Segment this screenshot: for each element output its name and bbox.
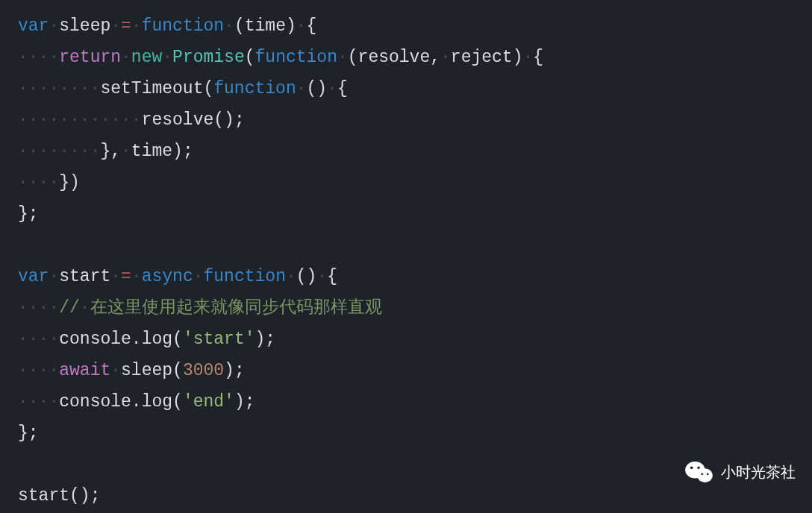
paren-open: (: [69, 486, 80, 506]
whitespace-dot: ·: [224, 16, 234, 36]
parameter: resolve: [358, 48, 431, 67]
semicolon: ;: [245, 392, 255, 412]
code-line: ····return·new·Promise(function·(resolve…: [18, 48, 543, 67]
paren-open: (: [172, 392, 183, 412]
svg-point-1: [697, 468, 713, 482]
indent-dots: ····: [18, 173, 59, 192]
whitespace-dot: ·: [121, 142, 131, 161]
paren-close: ): [513, 48, 523, 67]
paren-close: ): [80, 486, 90, 506]
function-call: setTimeout: [100, 79, 203, 98]
keyword-function: function: [204, 267, 286, 286]
svg-point-5: [707, 473, 709, 475]
whitespace-dot: ·: [296, 79, 307, 98]
identifier: console: [59, 392, 131, 412]
whitespace-dot: ·: [440, 48, 451, 67]
whitespace-dot: ·: [337, 48, 348, 67]
whitespace-dot: ·: [110, 267, 121, 286]
semicolon: ;: [28, 424, 39, 443]
indent-dots: ····: [18, 330, 59, 349]
brace-close: }: [18, 424, 28, 443]
identifier: time: [131, 142, 172, 161]
parameter: reject: [451, 48, 513, 67]
indent-dots: ····: [18, 48, 59, 67]
dot: .: [131, 392, 142, 412]
paren-open: (: [348, 48, 358, 67]
code-line: ····await·sleep(3000);: [18, 361, 245, 380]
keyword-await: await: [59, 361, 110, 380]
brace-open: {: [327, 267, 337, 286]
code-line: };: [18, 204, 39, 224]
code-line: var·start·=·async·function·()·{: [18, 267, 337, 286]
code-line: ····//·在这里使用起来就像同步代码那样直观: [18, 298, 382, 318]
string-literal: 'end': [183, 392, 234, 412]
whitespace-dot: ·: [131, 16, 142, 36]
paren-close: ): [316, 79, 327, 98]
whitespace-dot: ·: [296, 16, 307, 36]
brace-open: {: [533, 48, 543, 67]
paren-open: (: [203, 79, 213, 98]
whitespace-dot: ·: [131, 267, 142, 286]
brace-open: {: [307, 16, 317, 36]
code-line: var·sleep·=·function·(time)·{: [18, 16, 316, 36]
code-line: ····}): [18, 173, 80, 192]
comment-text: 在这里使用起来就像同步代码那样直观: [90, 298, 382, 318]
keyword-function: function: [213, 79, 296, 98]
identifier: sleep: [59, 16, 110, 36]
code-line: ····console.log('start');: [18, 330, 275, 349]
brace-close: }: [100, 142, 110, 161]
blank-line: [18, 455, 28, 474]
paren-open: (: [213, 110, 224, 130]
paren-open: (: [245, 48, 255, 67]
paren-close: ): [69, 173, 80, 192]
paren-open: (: [234, 16, 245, 36]
class-name: Promise: [172, 48, 245, 67]
paren-open: (: [296, 267, 307, 286]
identifier: start: [59, 267, 110, 286]
paren-close: ): [224, 361, 234, 380]
paren-close: ): [234, 392, 245, 412]
comment-slashes: //: [59, 298, 80, 318]
brace-close: }: [59, 173, 69, 192]
whitespace-dot: ·: [49, 16, 59, 36]
paren-close: ): [255, 330, 266, 349]
svg-point-4: [701, 473, 703, 475]
whitespace-dot: ·: [121, 48, 131, 67]
function-call: sleep: [121, 361, 172, 380]
method-call: log: [142, 392, 172, 412]
paren-close: ): [307, 267, 317, 286]
method-call: log: [142, 330, 172, 349]
comma: ,: [110, 142, 121, 161]
code-line: ········},·time);: [18, 142, 193, 161]
parameter: time: [245, 16, 286, 36]
brace-close: }: [18, 204, 28, 224]
semicolon: ;: [234, 361, 245, 380]
paren-open: (: [172, 330, 183, 349]
keyword-return: return: [59, 48, 121, 67]
semicolon: ;: [90, 486, 101, 506]
code-block: var·sleep·=·function·(time)·{ ····return…: [18, 10, 794, 512]
code-line: start();: [18, 486, 100, 506]
indent-dots: ········: [18, 79, 100, 98]
code-line: ····console.log('end');: [18, 392, 255, 412]
keyword-new: new: [131, 48, 162, 67]
indent-dots: ····: [18, 392, 59, 412]
whitespace-dot: ·: [286, 267, 296, 286]
operator: =: [121, 267, 131, 286]
string-literal: 'start': [183, 330, 255, 349]
paren-close: ): [172, 142, 183, 161]
keyword-function: function: [255, 48, 337, 67]
number-literal: 3000: [183, 361, 224, 380]
whitespace-dot: ·: [522, 48, 533, 67]
keyword-var: var: [18, 16, 49, 36]
paren-open: (: [307, 79, 317, 98]
indent-dots: ····: [18, 361, 59, 380]
whitespace-dot: ·: [49, 267, 59, 286]
semicolon: ;: [183, 142, 193, 161]
watermark-text: 小时光茶社: [721, 456, 796, 488]
comma: ,: [430, 48, 440, 67]
whitespace-dot: ·: [162, 48, 172, 67]
semicolon: ;: [28, 204, 39, 224]
whitespace-dot: ·: [193, 267, 204, 286]
indent-dots: ····: [18, 298, 59, 318]
